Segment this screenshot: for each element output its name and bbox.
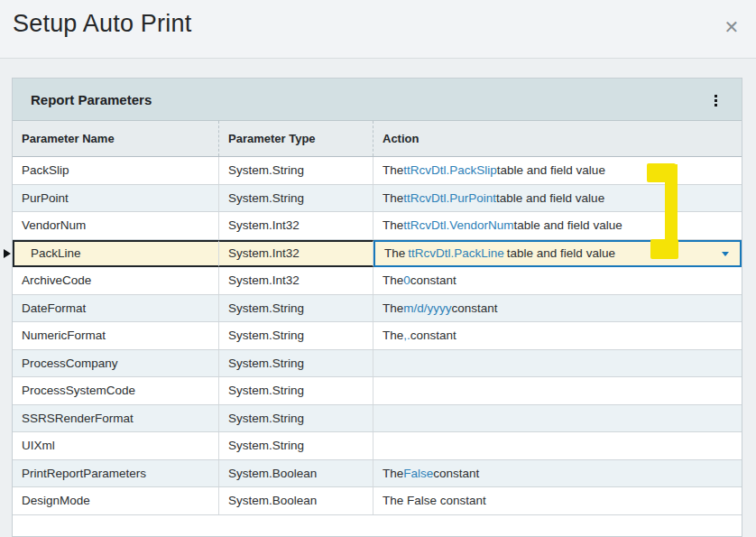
action-cell[interactable]: The False constant bbox=[373, 460, 742, 487]
table-row[interactable]: PackLine System.Int32 The ttRcvDtl.PackL… bbox=[13, 240, 742, 268]
param-name-cell: PrintReportParameters bbox=[13, 460, 219, 487]
table-row[interactable]: VendorNum System.Int32 The ttRcvDtl.Vend… bbox=[13, 212, 742, 240]
column-header-action[interactable]: Action bbox=[373, 121, 742, 156]
grid-header-row: Parameter Name Parameter Type Action bbox=[13, 121, 742, 157]
param-type-cell: System.String bbox=[219, 350, 373, 377]
param-type-cell: System.Int32 bbox=[219, 267, 373, 294]
report-parameters-panel: Report Parameters Parameter Name Paramet… bbox=[12, 78, 742, 537]
table-row[interactable]: PrintReportParameters System.Boolean The… bbox=[13, 460, 742, 488]
action-cell[interactable]: The ,. constant bbox=[373, 322, 742, 349]
param-type-cell: System.String bbox=[219, 432, 373, 459]
action-cell[interactable] bbox=[373, 350, 742, 377]
param-type-cell: System.Int32 bbox=[219, 212, 373, 239]
action-cell[interactable]: The ttRcvDtl.PackSlip table and field va… bbox=[373, 157, 742, 184]
action-cell[interactable]: The m/d/yyyy constant bbox=[373, 295, 742, 322]
param-name-cell: PurPoint bbox=[13, 185, 219, 212]
param-type-cell: System.String bbox=[219, 322, 373, 349]
table-row[interactable]: ArchiveCode System.Int32 The 0 constant bbox=[13, 267, 742, 295]
action-cell[interactable]: The ttRcvDtl.PurPoint table and field va… bbox=[373, 185, 742, 212]
param-name-cell: DateFormat bbox=[13, 295, 219, 322]
param-type-cell: System.Boolean bbox=[219, 460, 373, 487]
table-row[interactable]: PackSlip System.String The ttRcvDtl.Pack… bbox=[13, 157, 742, 185]
param-name-cell: PackLine bbox=[13, 240, 219, 268]
param-type-cell: System.String bbox=[219, 405, 373, 432]
highlight-annotation-bottom bbox=[650, 239, 678, 259]
table-row[interactable]: ProcessCompany System.String bbox=[13, 350, 742, 378]
table-body: PackSlip System.String The ttRcvDtl.Pack… bbox=[13, 157, 742, 515]
panel-title: Report Parameters bbox=[31, 92, 152, 107]
table-row[interactable]: NumericFormat System.String The ,. const… bbox=[13, 322, 742, 350]
param-type-cell: System.String bbox=[219, 295, 373, 322]
close-icon[interactable]: ✕ bbox=[720, 15, 743, 39]
action-cell[interactable] bbox=[373, 432, 742, 459]
action-cell[interactable]: The 0 constant bbox=[373, 267, 742, 294]
table-row[interactable]: UIXml System.String bbox=[13, 432, 742, 460]
column-header-parameter-name[interactable]: Parameter Name bbox=[13, 121, 219, 156]
table-row[interactable]: ProcessSystemCode System.String bbox=[13, 377, 742, 405]
action-cell[interactable] bbox=[373, 405, 742, 432]
param-name-cell: PackSlip bbox=[13, 157, 219, 184]
kebab-menu-icon[interactable] bbox=[709, 92, 722, 108]
dropdown-caret-icon[interactable] bbox=[722, 252, 729, 256]
param-name-cell: DesignMode bbox=[13, 487, 219, 514]
table-row[interactable]: DesignMode System.Boolean The False cons… bbox=[13, 487, 742, 515]
param-type-cell: System.Boolean bbox=[219, 487, 373, 514]
page-title: Setup Auto Print bbox=[13, 10, 191, 38]
param-type-cell: System.Int32 bbox=[219, 240, 373, 268]
param-name-cell: VendorNum bbox=[13, 212, 219, 239]
param-type-cell: System.String bbox=[219, 377, 373, 404]
param-name-cell: ProcessSystemCode bbox=[13, 377, 219, 404]
action-cell[interactable] bbox=[373, 377, 742, 404]
param-type-cell: System.String bbox=[219, 157, 373, 184]
column-header-parameter-type[interactable]: Parameter Type bbox=[219, 121, 373, 156]
param-name-cell: ArchiveCode bbox=[13, 267, 219, 294]
table-row[interactable]: SSRSRenderFormat System.String bbox=[13, 405, 742, 433]
action-cell[interactable]: The False constant bbox=[373, 487, 742, 514]
param-name-cell: SSRSRenderFormat bbox=[13, 405, 219, 432]
param-name-cell: UIXml bbox=[13, 432, 219, 459]
table-row[interactable]: DateFormat System.String The m/d/yyyy co… bbox=[13, 295, 742, 323]
param-name-cell: ProcessCompany bbox=[13, 350, 219, 377]
param-type-cell: System.String bbox=[219, 185, 373, 212]
table-row[interactable]: PurPoint System.String The ttRcvDtl.PurP… bbox=[13, 185, 742, 213]
action-cell[interactable]: The ttRcvDtl.PackLine table and field va… bbox=[373, 240, 742, 268]
dialog-titlebar: Setup Auto Print ✕ bbox=[0, 0, 756, 59]
param-name-cell: NumericFormat bbox=[13, 322, 219, 349]
parameters-grid: Parameter Name Parameter Type Action Pac… bbox=[13, 121, 742, 515]
panel-header: Report Parameters bbox=[13, 79, 742, 121]
action-cell[interactable]: The ttRcvDtl.VendorNum table and field v… bbox=[373, 212, 742, 239]
